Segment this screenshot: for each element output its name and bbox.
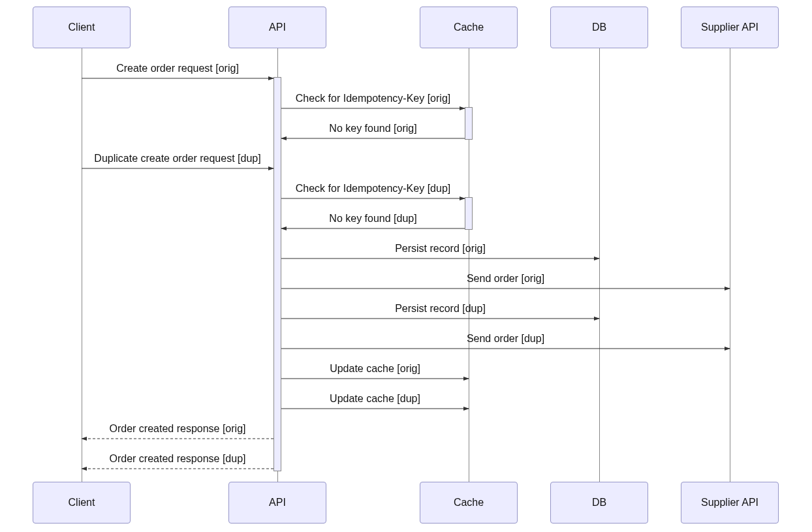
sequence-diagram: Client API Cache DB Supplier API Client … [0,0,812,532]
message-label-m5: Check for Idempotency-Key [dup] [243,183,504,195]
message-label-m4: Duplicate create order request [dup] [47,153,308,164]
arrows-layer [0,0,812,532]
participant-label: Client [69,22,95,33]
participant-label: Cache [454,497,484,509]
participant-supplier-bottom: Supplier API [681,482,779,524]
participant-db-top: DB [550,7,648,48]
message-label-m6: No key found [dup] [243,213,504,225]
participant-label: DB [592,22,606,33]
message-label-m3: No key found [orig] [243,123,504,134]
participant-db-bottom: DB [550,482,648,524]
lifeline-client [82,48,82,482]
participant-client-top: Client [33,7,131,48]
participant-label: Client [69,497,95,509]
message-label-m14: Order created response [dup] [47,453,308,465]
message-label-m12: Update cache [dup] [245,393,506,405]
message-label-m2: Check for Idempotency-Key [orig] [243,93,504,104]
participant-supplier-top: Supplier API [681,7,779,48]
message-label-m11: Update cache [orig] [245,363,506,375]
participant-cache-top: Cache [420,7,518,48]
participant-label: DB [592,497,606,509]
message-label-m7: Persist record [orig] [310,243,571,255]
participant-label: Cache [454,22,484,33]
participant-label: API [269,22,286,33]
message-label-m10: Send order [dup] [375,333,636,345]
activation-api-main [273,77,281,471]
participant-label: Supplier API [701,497,758,509]
participant-label: Supplier API [701,22,758,33]
message-label-m1: Create order request [orig] [47,63,308,74]
message-label-m8: Send order [orig] [375,273,636,285]
participant-cache-bottom: Cache [420,482,518,524]
participant-api-top: API [228,7,326,48]
participant-client-bottom: Client [33,482,131,524]
lifeline-supplier [730,48,730,482]
lifeline-db [599,48,600,482]
participant-api-bottom: API [228,482,326,524]
participant-label: API [269,497,286,509]
message-label-m13: Order created response [orig] [47,423,308,435]
message-label-m9: Persist record [dup] [310,303,571,315]
